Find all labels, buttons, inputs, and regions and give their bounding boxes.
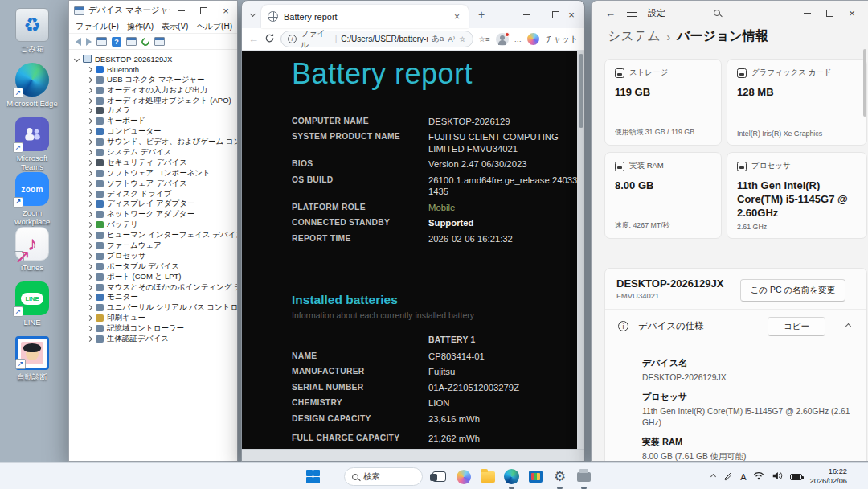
collapse-chevron-icon[interactable]: [87, 274, 92, 280]
desktop-icon-line[interactable]: LINE↗ LINE: [6, 281, 58, 327]
breadcrumb-parent[interactable]: システム: [608, 28, 661, 45]
speaker-icon[interactable]: [772, 471, 783, 482]
translate-icon[interactable]: あa: [432, 34, 444, 44]
collapse-chevron-icon[interactable]: [87, 118, 92, 124]
search-icon[interactable]: [714, 10, 720, 16]
collapse-chevron-icon[interactable]: [87, 232, 92, 238]
menu-item[interactable]: ヘルプ(H): [196, 21, 232, 32]
tree-item[interactable]: USB コネクタ マネージャー: [72, 75, 237, 85]
copilot-label[interactable]: チャット: [545, 34, 578, 45]
collapse-chevron-icon[interactable]: [87, 315, 92, 321]
refresh-icon[interactable]: [264, 33, 275, 45]
page-horizontal-scrollbar[interactable]: [242, 449, 584, 461]
address-bar[interactable]: i ファイル | C:/Users/USER/battery-r... あa A…: [280, 31, 473, 47]
desktop-icon-zoom[interactable]: zoom↗ Zoom Workplace: [6, 172, 58, 226]
tree-item[interactable]: 記憶域コントローラー: [72, 323, 237, 334]
taskbar-search[interactable]: 検索: [344, 467, 423, 486]
show-desktop-button[interactable]: [858, 463, 860, 489]
copilot-icon[interactable]: [527, 33, 539, 45]
collapse-chevron-icon[interactable]: [87, 243, 92, 249]
store-button[interactable]: [526, 466, 546, 487]
task-view-button[interactable]: [429, 466, 449, 487]
expand-chevron-icon[interactable]: [74, 56, 80, 62]
tree-root[interactable]: DESKTOP-2026129JX: [72, 54, 237, 64]
minimize-button[interactable]: [170, 1, 192, 20]
collapse-chevron-icon[interactable]: [87, 264, 92, 269]
hamburger-menu-icon[interactable]: [627, 10, 637, 17]
tree-item[interactable]: プロセッサ: [72, 251, 237, 261]
tree-item[interactable]: Bluetooth: [72, 64, 237, 75]
close-button[interactable]: ×: [215, 1, 237, 20]
menu-item[interactable]: 操作(A): [127, 21, 154, 32]
tree-item[interactable]: 生体認証デバイス: [72, 334, 237, 344]
tree-item[interactable]: 印刷キュー: [72, 313, 237, 323]
tree-item[interactable]: ソフトウェア デバイス: [72, 179, 237, 189]
collapse-chevron-icon[interactable]: [87, 201, 92, 207]
collapse-chevron-icon[interactable]: [87, 336, 92, 342]
desktop-icon-recycle-bin[interactable]: ♻ ごみ箱: [6, 8, 58, 53]
maximize-button[interactable]: [818, 1, 841, 25]
navigate-back-icon[interactable]: [76, 38, 81, 46]
page-info-icon[interactable]: i: [288, 35, 297, 43]
tree-item[interactable]: モニター: [72, 292, 237, 302]
tree-item[interactable]: マウスとそのほかのポインティング デバイス: [72, 282, 237, 293]
collapse-chevron-icon[interactable]: [87, 181, 92, 187]
more-menu-icon[interactable]: …: [514, 35, 522, 43]
collapse-chevron-icon[interactable]: [845, 323, 851, 329]
device-spec-expander[interactable]: i デバイスの仕様 コピー: [605, 310, 866, 343]
profile-avatar[interactable]: [496, 33, 509, 46]
close-button[interactable]: ×: [841, 1, 863, 25]
tree-item[interactable]: ディスプレイ アダプター: [72, 199, 237, 209]
tree-item[interactable]: バッテリ: [72, 220, 237, 230]
collapse-chevron-icon[interactable]: [87, 305, 92, 310]
settings-button[interactable]: ⚙: [550, 466, 570, 487]
tree-item[interactable]: システム デバイス: [72, 147, 237, 158]
tree-item[interactable]: ネットワーク アダプター: [72, 209, 237, 220]
tree-item[interactable]: サウンド、ビデオ、およびゲーム コントローラー: [72, 137, 237, 147]
tree-item[interactable]: オーディオ処理オブジェクト (APO): [72, 96, 237, 106]
computer-icon[interactable]: [154, 37, 165, 46]
device-manager-button[interactable]: [574, 466, 594, 487]
tree-item[interactable]: ディスク ドライブ: [72, 189, 237, 199]
tree-item[interactable]: ポータブル デバイス: [72, 261, 237, 272]
back-icon[interactable]: ←: [605, 7, 616, 19]
desktop-icon-app[interactable]: ↗ 自動診断: [6, 336, 58, 381]
navigate-forward-icon[interactable]: [86, 38, 92, 46]
hidden-icons-chevron-icon[interactable]: [710, 474, 716, 479]
settings-scrollbar[interactable]: [863, 49, 866, 117]
copy-button[interactable]: コピー: [768, 317, 825, 336]
collapse-chevron-icon[interactable]: [87, 294, 92, 300]
desktop-icon-edge[interactable]: ↗ Microsoft Edge: [6, 63, 58, 108]
tree-item[interactable]: コンピューター: [72, 126, 237, 137]
pen-icon[interactable]: [723, 471, 733, 483]
favorites-bar-icon[interactable]: ☆≡: [479, 35, 490, 43]
browser-tab[interactable]: Battery report ×: [261, 5, 469, 28]
collapse-chevron-icon[interactable]: [87, 326, 92, 331]
file-explorer-button[interactable]: [477, 466, 497, 487]
read-aloud-icon[interactable]: A⁾: [448, 35, 455, 43]
collapse-chevron-icon[interactable]: [87, 222, 92, 228]
tree-item[interactable]: ポート (COM と LPT): [72, 272, 237, 282]
tree-item[interactable]: オーディオの入力および出力: [72, 85, 237, 96]
wifi-icon[interactable]: [753, 471, 764, 482]
new-tab-button[interactable]: +: [478, 8, 485, 21]
page-vertical-scrollbar[interactable]: [577, 51, 584, 450]
collapse-chevron-icon[interactable]: [87, 108, 92, 113]
collapse-chevron-icon[interactable]: [87, 284, 92, 290]
tab-close-icon[interactable]: ×: [452, 11, 462, 23]
edge-button[interactable]: [502, 466, 522, 487]
start-button[interactable]: [303, 466, 323, 487]
properties-icon[interactable]: [126, 37, 137, 46]
tree-item[interactable]: セキュリティ デバイス: [72, 158, 237, 168]
tree-item[interactable]: カメラ: [72, 105, 237, 116]
tree-item[interactable]: キーボード: [72, 116, 237, 126]
help-icon[interactable]: ?: [112, 37, 121, 47]
battery-icon[interactable]: [790, 474, 802, 480]
minimize-button[interactable]: [515, 1, 538, 28]
tree-item[interactable]: ヒューマン インターフェイス デバイス: [72, 230, 237, 240]
close-button[interactable]: ×: [560, 1, 583, 28]
back-icon[interactable]: ←: [248, 33, 259, 45]
collapse-chevron-icon[interactable]: [87, 150, 92, 155]
copilot-button[interactable]: [453, 466, 473, 487]
collapse-chevron-icon[interactable]: [87, 77, 92, 83]
